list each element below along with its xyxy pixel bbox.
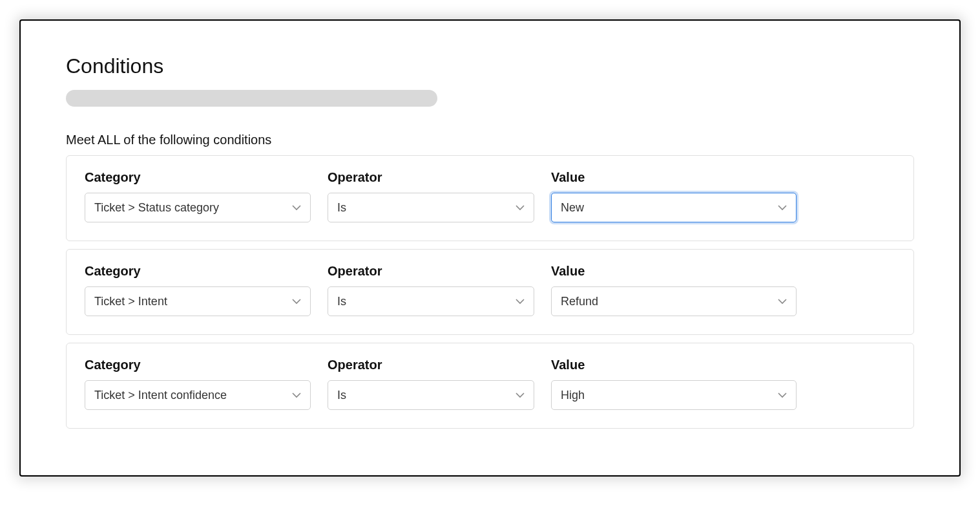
operator-select-value: Is xyxy=(337,389,346,402)
category-select[interactable]: Ticket > Status category xyxy=(85,193,311,222)
category-select[interactable]: Ticket > Intent confidence xyxy=(85,380,311,410)
value-field-group: ValueRefund xyxy=(551,264,797,316)
operator-select-value: Is xyxy=(337,295,346,308)
operator-label: Operator xyxy=(328,170,534,185)
condition-row: CategoryTicket > Intent confidenceOperat… xyxy=(66,343,914,429)
category-field-group: CategoryTicket > Status category xyxy=(85,170,311,222)
chevron-down-icon xyxy=(516,203,525,212)
operator-label: Operator xyxy=(328,358,534,372)
operator-field-group: OperatorIs xyxy=(328,170,534,222)
operator-select[interactable]: Is xyxy=(328,380,534,410)
category-label: Category xyxy=(85,358,311,372)
category-field-group: CategoryTicket > Intent confidence xyxy=(85,358,311,410)
operator-select[interactable]: Is xyxy=(328,193,534,222)
conditions-panel: Conditions Meet ALL of the following con… xyxy=(19,19,961,477)
placeholder-bar xyxy=(66,90,437,107)
chevron-down-icon xyxy=(778,297,787,306)
condition-row: CategoryTicket > IntentOperatorIsValueRe… xyxy=(66,249,914,335)
operator-field-group: OperatorIs xyxy=(328,264,534,316)
value-field-group: ValueHigh xyxy=(551,358,797,410)
value-label: Value xyxy=(551,170,797,185)
value-select-value: New xyxy=(561,201,584,215)
chevron-down-icon xyxy=(292,297,301,306)
value-select[interactable]: High xyxy=(551,380,797,410)
value-select-value: Refund xyxy=(561,295,598,308)
category-select-value: Ticket > Intent xyxy=(94,295,167,308)
category-select-value: Ticket > Intent confidence xyxy=(94,389,227,402)
operator-field-group: OperatorIs xyxy=(328,358,534,410)
value-select[interactable]: Refund xyxy=(551,286,797,316)
category-select-value: Ticket > Status category xyxy=(94,201,219,215)
operator-label: Operator xyxy=(328,264,534,279)
operator-select[interactable]: Is xyxy=(328,286,534,316)
category-label: Category xyxy=(85,170,311,185)
value-field-group: ValueNew xyxy=(551,170,797,222)
operator-select-value: Is xyxy=(337,201,346,215)
value-label: Value xyxy=(551,264,797,279)
condition-row: CategoryTicket > Status categoryOperator… xyxy=(66,155,914,241)
conditions-subtitle: Meet ALL of the following conditions xyxy=(66,133,914,147)
chevron-down-icon xyxy=(516,297,525,306)
page-title: Conditions xyxy=(66,54,914,78)
value-select-value: High xyxy=(561,389,585,402)
chevron-down-icon xyxy=(292,391,301,400)
chevron-down-icon xyxy=(778,203,787,212)
category-label: Category xyxy=(85,264,311,279)
chevron-down-icon xyxy=(778,391,787,400)
value-select[interactable]: New xyxy=(551,193,797,222)
category-field-group: CategoryTicket > Intent xyxy=(85,264,311,316)
chevron-down-icon xyxy=(292,203,301,212)
value-label: Value xyxy=(551,358,797,372)
category-select[interactable]: Ticket > Intent xyxy=(85,286,311,316)
chevron-down-icon xyxy=(516,391,525,400)
